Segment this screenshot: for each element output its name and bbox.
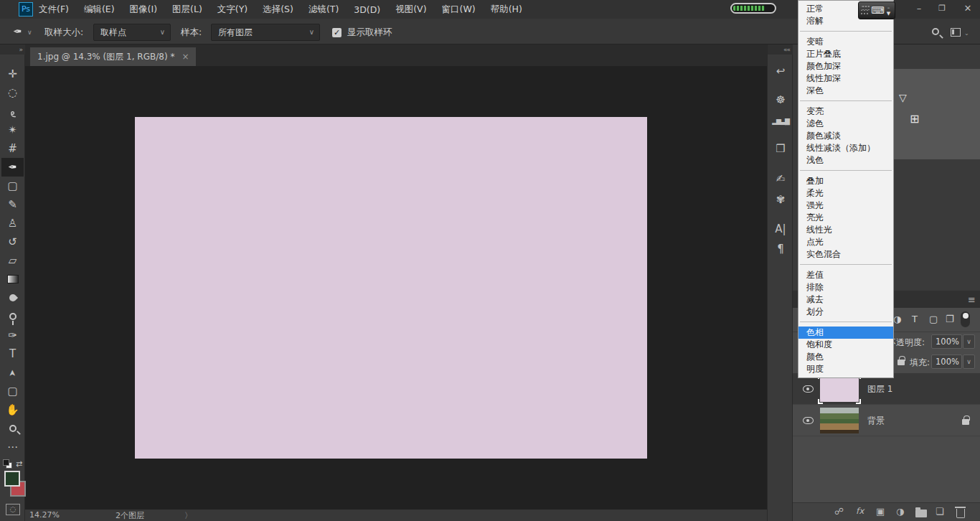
menu-file[interactable]: 文件(F)	[39, 4, 69, 16]
blend-mode-option[interactable]: 浅色	[798, 154, 893, 166]
chevron-down-icon[interactable]: ⌄	[964, 30, 969, 37]
ime-drag-handle-icon[interactable]	[861, 6, 870, 16]
menu-type[interactable]: 文字(Y)	[217, 4, 248, 16]
tab-close-icon[interactable]: ×	[182, 52, 189, 62]
blend-mode-option[interactable]: 点光	[798, 236, 893, 248]
dock-collapse-icon[interactable]: ««	[768, 44, 793, 55]
magic-wand-tool[interactable]: ✴	[1, 121, 24, 139]
window-close-button[interactable]: ✕	[957, 0, 979, 17]
link-layers-icon[interactable]: ☍	[834, 506, 844, 517]
blend-mode-option[interactable]: 变暗	[798, 36, 893, 48]
character-panel-icon[interactable]: A|	[768, 220, 793, 238]
histogram-panel-icon[interactable]: ▂▆▃▇	[768, 112, 793, 131]
menu-edit[interactable]: 编辑(E)	[84, 4, 115, 16]
type-tool[interactable]: T	[1, 344, 24, 363]
pen-tool[interactable]: ✑	[1, 326, 24, 344]
opacity-value[interactable]: 100%	[931, 334, 962, 349]
blend-mode-option[interactable]: 排除	[798, 281, 893, 294]
menu-image[interactable]: 图像(I)	[130, 4, 157, 16]
properties-panel-icon[interactable]: ❒	[768, 139, 793, 158]
dodge-tool[interactable]	[1, 307, 24, 326]
canvas-area[interactable]	[25, 66, 767, 510]
keyboard-icon[interactable]: ⌨	[871, 5, 885, 16]
foreground-color-swatch[interactable]	[4, 471, 20, 487]
paragraph-panel-icon[interactable]: ¶	[768, 240, 793, 258]
ime-minimize-icon[interactable]: –	[887, 5, 890, 11]
filter-smart-object-icon[interactable]: ❐	[946, 314, 954, 324]
eye-icon[interactable]	[803, 385, 814, 393]
document-tab[interactable]: 1.jpg @ 14.3% (图层 1, RGB/8) * ×	[30, 47, 196, 66]
fill-value[interactable]: 100%	[931, 355, 962, 369]
new-layer-icon[interactable]: ❏	[936, 506, 944, 517]
triangle-icon[interactable]: ▽	[899, 92, 907, 103]
filter-type-icon[interactable]: T	[912, 314, 918, 324]
blend-mode-option[interactable]: 颜色	[798, 351, 893, 363]
blend-mode-option[interactable]: 变亮	[798, 105, 893, 118]
blend-mode-option[interactable]: 线性减淡（添加）	[798, 142, 893, 154]
menu-select[interactable]: 选择(S)	[263, 4, 293, 16]
eyedropper-preset-icon[interactable]: ✒	[13, 25, 22, 38]
layer-style-icon[interactable]: fx	[856, 506, 864, 516]
blend-mode-option[interactable]: 正片叠底	[798, 48, 893, 60]
shape-tool[interactable]: ▢	[1, 382, 24, 400]
swap-colors-icon[interactable]: ⇄	[16, 459, 22, 469]
layer-name[interactable]: 背景	[867, 415, 885, 427]
menu-3d[interactable]: 3D(D)	[354, 4, 380, 15]
history-brush-tool[interactable]: ↺	[1, 233, 24, 251]
clone-stamp-tool[interactable]: ♙	[1, 214, 24, 233]
history-panel-icon[interactable]: ↩	[768, 62, 793, 80]
hand-tool[interactable]: ✋	[1, 400, 24, 419]
blend-mode-option-selected[interactable]: 色相	[798, 327, 893, 339]
blend-mode-option[interactable]: 划分	[798, 306, 893, 318]
blend-mode-option[interactable]: 减去	[798, 294, 893, 306]
blend-mode-option[interactable]: 线性加深	[798, 72, 893, 85]
menu-layer[interactable]: 图层(L)	[172, 4, 202, 16]
layer-mask-icon[interactable]: ▣	[876, 506, 885, 517]
status-chevron-icon[interactable]: 〉	[184, 510, 192, 521]
delete-layer-icon[interactable]	[956, 509, 965, 518]
layer-name[interactable]: 图层 1	[867, 383, 892, 395]
search-icon[interactable]	[932, 28, 939, 35]
window-restore-button[interactable]: ❐	[931, 0, 953, 17]
adjustment-layer-icon[interactable]: ◑	[896, 506, 904, 517]
blur-tool[interactable]	[1, 288, 24, 307]
blend-mode-option[interactable]: 颜色加深	[798, 60, 893, 72]
panel-menu-icon[interactable]: ≡	[968, 294, 976, 305]
blend-mode-option[interactable]: 柔光	[798, 187, 893, 200]
canvas-document[interactable]	[135, 117, 647, 459]
tool-preset-arrow-icon[interactable]: ∨	[27, 29, 32, 36]
zoom-tool[interactable]	[1, 419, 24, 438]
opacity-dropdown-icon[interactable]: ∨	[963, 334, 975, 349]
path-selection-tool[interactable]: ➤	[1, 363, 24, 382]
menu-help[interactable]: 帮助(H)	[491, 4, 522, 16]
lock-icon[interactable]	[897, 360, 905, 365]
blend-mode-option[interactable]: 滤色	[798, 118, 893, 130]
filter-shape-icon[interactable]: ▢	[929, 314, 938, 324]
lasso-tool[interactable]: و	[1, 102, 24, 121]
eraser-tool[interactable]: ▱	[1, 251, 24, 270]
ime-down-arrow-icon[interactable]: ▼	[887, 11, 890, 17]
blend-mode-option[interactable]: 饱和度	[798, 339, 893, 351]
zoom-level-field[interactable]: 14.27%	[29, 510, 60, 520]
quick-mask-button[interactable]: ◌	[6, 504, 20, 515]
workspace-icon[interactable]	[951, 28, 961, 37]
gradient-tool[interactable]	[1, 270, 24, 288]
eyedropper-tool[interactable]: ✒	[1, 158, 24, 177]
menu-window[interactable]: 窗口(W)	[442, 4, 476, 16]
fill-dropdown-icon[interactable]: ∨	[963, 355, 975, 369]
blend-mode-option[interactable]: 明度	[798, 363, 893, 375]
menu-filter[interactable]: 滤镜(T)	[308, 4, 339, 16]
sample-size-select[interactable]: 取样点 ∨	[93, 24, 171, 41]
brush-tool[interactable]: ✎	[1, 195, 24, 214]
marquee-tool[interactable]: ◌	[1, 83, 24, 102]
blend-mode-option[interactable]: 线性光	[798, 224, 893, 236]
menu-view[interactable]: 视图(V)	[395, 4, 426, 16]
ime-toolbar[interactable]: ⌨ – ▼	[858, 1, 895, 19]
blend-mode-option[interactable]: 强光	[798, 200, 893, 212]
new-group-icon[interactable]	[915, 510, 927, 517]
window-minimize-button[interactable]: –	[908, 0, 930, 17]
blend-mode-option[interactable]: 深色	[798, 85, 893, 97]
sample-select[interactable]: 所有图层 ∨	[211, 24, 320, 41]
blend-mode-option[interactable]: 叠加	[798, 175, 893, 187]
eye-icon[interactable]	[803, 417, 814, 424]
